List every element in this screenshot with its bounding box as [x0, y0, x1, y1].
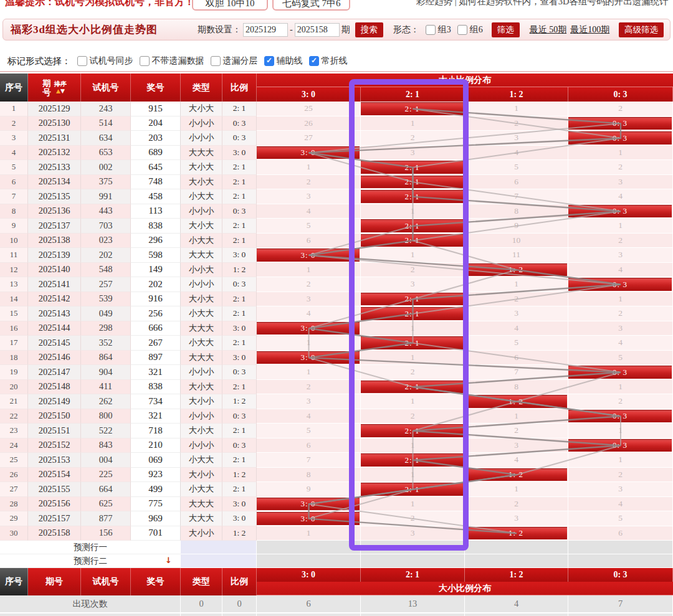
ratio-col-header-1:2: 1: 2 [465, 87, 568, 102]
mark-option-checkbox-1[interactable] [140, 56, 150, 66]
table-row: 192025147904321小小小0: 31270: 3 [0, 365, 673, 380]
table-body: 12025129243915大小大2: 1252: 11222025130514… [0, 102, 673, 541]
mark-option-checkbox-0[interactable] [77, 56, 87, 66]
omission-value: 3 [514, 513, 518, 523]
test-number-cell: 522 [81, 424, 131, 438]
footer-header-type: 类型 [181, 568, 222, 595]
test-number-cell: 991 [81, 189, 131, 204]
test-number-cell: 539 [81, 292, 131, 307]
period-to-input[interactable] [295, 23, 340, 37]
mark-option-checkbox-2[interactable] [211, 56, 221, 66]
sort-asc-icon[interactable]: ▲ [56, 88, 60, 94]
prediction-input-cell[interactable] [181, 541, 257, 554]
dist-header-title: 大小比例分布 [257, 73, 673, 87]
prediction-dist-cell [361, 554, 465, 568]
notice-text: 温馨提示：试机号为模拟试机号，非官方！ [5, 0, 194, 9]
omission-value: 26 [304, 118, 313, 128]
omission-value: 1 [514, 279, 518, 289]
toolbar: 福彩3d组选大小比例值走势图 期数设置： - 期 搜索 形态： 组3组6 筛选 … [2, 19, 671, 40]
omission-value: 1 [307, 265, 311, 275]
omission-value: 3 [618, 250, 623, 260]
dist-cell: 1: 2 [465, 394, 568, 409]
promo-button-double[interactable]: 双胆 10中10 [192, 0, 268, 11]
mark-option-1: 不带遗漏数据 [140, 55, 204, 67]
filter-button[interactable]: 筛选 [492, 22, 520, 37]
prize-number-cell: 113 [131, 204, 181, 219]
omission-value: 11 [512, 250, 520, 260]
stat-type-value: 0 [181, 614, 222, 616]
advanced-filter-button[interactable]: 高级筛选 [619, 22, 664, 37]
prediction-input-cell[interactable] [181, 554, 257, 568]
omission-value: 4 [618, 265, 623, 275]
trend-help-link[interactable]: 彩经趋势 | 如何在趋势软件内，查看3D各组号码的开出遗漏统计 [416, 0, 669, 7]
ratio-col-header-0:3: 0: 3 [568, 87, 673, 102]
test-number-cell: 411 [81, 380, 131, 395]
type-cell: 小大大 [181, 306, 222, 321]
shape-option-checkbox-1[interactable] [457, 25, 467, 35]
dist-cell: 2 [568, 468, 673, 483]
dist-cell: 2 [568, 160, 673, 175]
mark-option-checkbox-3[interactable] [264, 56, 274, 66]
ratio-cell: 2: 1 [222, 175, 257, 190]
test-number-cell: 225 [81, 468, 131, 483]
omission-value: 1 [411, 206, 415, 216]
dist-cell: 3: 0 [257, 351, 361, 366]
hit-bar: 2: 1 [361, 190, 464, 203]
shape-option-checkbox-0[interactable] [426, 25, 436, 35]
ratio-cell: 2: 1 [222, 336, 257, 351]
table-row: 292025157877969大大大3: 03: 0235 [0, 511, 673, 526]
table-row: 272025155664499小大大2: 192: 113 [0, 482, 673, 497]
dist-cell: 1 [257, 336, 361, 351]
footer-header-test: 试机号 [81, 568, 131, 595]
prize-number-cell: 915 [131, 102, 181, 116]
type-cell: 大小大 [181, 160, 222, 175]
ratio-col-header-1:2: 1: 2 [465, 568, 568, 582]
hit-bar: 3: 0 [257, 322, 360, 335]
recent-100-link[interactable]: 最近100期 [570, 24, 609, 36]
footer-header-period: 期号 [28, 568, 81, 595]
footer-dist-ratios: 3: 02: 11: 20: 3 [257, 568, 673, 582]
col-header-test: 试机号 [81, 73, 131, 102]
dist-cell: 3 [568, 248, 673, 263]
period-from-input[interactable] [243, 23, 288, 37]
dist-cell: 2 [361, 263, 465, 278]
table-row: 252025153004069小大大2: 172: 141 [0, 453, 673, 468]
dist-cell: 8 [257, 468, 361, 483]
dist-cell: 1 [257, 263, 361, 278]
omission-value: 1 [411, 323, 415, 333]
period-cell: 2025146 [28, 351, 81, 366]
type-cell: 小小小 [181, 131, 222, 146]
sort-control[interactable]: 排序 ▲▼ [54, 81, 67, 94]
test-number-cell: 904 [81, 365, 131, 380]
sort-label[interactable]: 排序 [54, 81, 67, 87]
mark-option-checkbox-4[interactable] [309, 56, 319, 66]
seq-cell: 17 [0, 336, 28, 351]
table-header: 序号 期号 排序 ▲▼ 试机号 奖号 类型 比例 大小比例分布 3: 02: 1… [0, 73, 673, 102]
prize-number-cell: 689 [131, 146, 181, 161]
dist-cell: 8 [465, 380, 568, 395]
prize-number-cell: 296 [131, 234, 181, 249]
prize-number-cell: 458 [131, 189, 181, 204]
stat-dist-value: 13 [361, 595, 465, 612]
dist-cell: 1 [257, 160, 361, 175]
dist-cell: 9 [257, 482, 361, 497]
prize-number-cell: 267 [131, 336, 181, 351]
hit-bar: 3: 0 [257, 249, 360, 262]
promo-button-compound[interactable]: 七码复式 7中6 [272, 0, 350, 11]
seq-cell: 22 [0, 409, 28, 424]
period-cell: 2025139 [28, 248, 81, 263]
omission-value: 2 [411, 367, 415, 377]
test-number-cell: 877 [81, 511, 131, 526]
period-cell: 2025153 [28, 453, 81, 468]
omission-value: 1 [411, 118, 415, 128]
dist-cell: 2: 1 [361, 380, 465, 395]
dist-cell: 3: 0 [257, 248, 361, 263]
search-button[interactable]: 搜索 [355, 22, 383, 37]
dist-cell: 3 [257, 292, 361, 307]
recent-50-link[interactable]: 最近 50期 [530, 24, 567, 36]
sort-desc-icon[interactable]: ▼ [60, 88, 65, 94]
seq-cell: 18 [0, 351, 28, 366]
dist-cell: 4 [257, 409, 361, 424]
stat-row: 最大遗漏期数00273116 [0, 614, 673, 616]
ratio-cell: 3: 0 [222, 351, 257, 366]
